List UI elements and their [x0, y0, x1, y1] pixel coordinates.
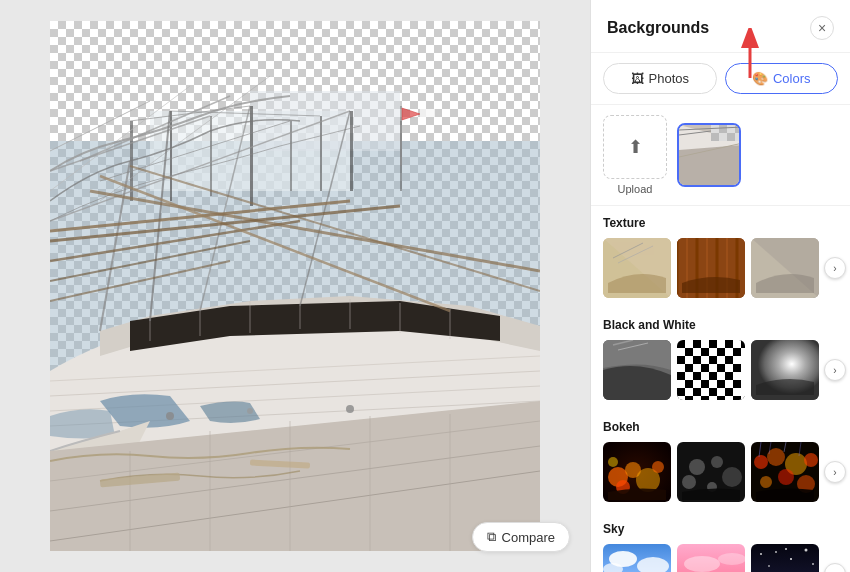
- compare-button[interactable]: ⧉ Compare: [472, 522, 570, 552]
- svg-rect-103: [717, 364, 725, 372]
- svg-point-158: [805, 549, 808, 552]
- svg-point-130: [689, 459, 705, 475]
- svg-rect-101: [685, 364, 693, 372]
- bokeh-next-button[interactable]: ›: [824, 461, 846, 483]
- svg-rect-118: [701, 396, 709, 400]
- tab-photos[interactable]: 🖼 Photos: [603, 63, 717, 94]
- upload-row: ⬆ Upload: [591, 105, 850, 206]
- sky-next-button[interactable]: ›: [824, 563, 846, 572]
- svg-point-153: [718, 553, 745, 565]
- section-bw-title: Black and White: [603, 318, 838, 332]
- svg-rect-93: [685, 348, 693, 356]
- thumb-texture-2[interactable]: [677, 238, 745, 298]
- backgrounds-panel: Backgrounds × 🖼 Photos 🎨 Colors: [590, 0, 850, 572]
- svg-rect-12: [290, 121, 292, 191]
- bw-next-button[interactable]: ›: [824, 359, 846, 381]
- svg-rect-96: [733, 348, 741, 356]
- svg-rect-114: [693, 388, 701, 396]
- svg-rect-62: [719, 125, 727, 133]
- svg-rect-105: [677, 372, 685, 380]
- svg-point-41: [166, 412, 174, 420]
- svg-point-139: [804, 453, 818, 467]
- section-texture: Texture: [591, 206, 850, 298]
- svg-rect-100: [725, 356, 733, 364]
- svg-rect-64: [719, 133, 727, 141]
- svg-point-127: [652, 461, 664, 473]
- svg-rect-88: [677, 340, 685, 348]
- colors-icon: 🎨: [752, 71, 768, 86]
- panel-scroll[interactable]: Texture: [591, 206, 850, 572]
- thumb-bokeh-3[interactable]: [751, 442, 819, 502]
- thumb-texture-3[interactable]: [751, 238, 819, 298]
- selected-thumb-image: [679, 125, 741, 187]
- section-bokeh-title: Bokeh: [603, 420, 838, 434]
- svg-point-133: [682, 475, 696, 489]
- thumb-bw-3[interactable]: [751, 340, 819, 400]
- svg-rect-65: [727, 125, 735, 133]
- svg-rect-112: [733, 380, 741, 388]
- svg-rect-110: [701, 380, 709, 388]
- thumb-sky-3[interactable]: [751, 544, 819, 572]
- svg-point-42: [247, 408, 253, 414]
- svg-rect-14: [350, 111, 353, 191]
- svg-rect-108: [725, 372, 733, 380]
- svg-rect-25: [400, 106, 402, 166]
- tab-colors[interactable]: 🎨 Colors: [725, 63, 839, 94]
- selected-thumbnail[interactable]: [677, 123, 741, 187]
- sky-thumbs: ›: [603, 544, 838, 572]
- thumb-texture-1[interactable]: [603, 238, 671, 298]
- svg-rect-95: [717, 348, 725, 356]
- thumb-bw-2[interactable]: [677, 340, 745, 400]
- svg-rect-92: [741, 340, 745, 348]
- svg-rect-28: [420, 109, 435, 117]
- svg-rect-116: [725, 388, 733, 396]
- upload-button[interactable]: ⬆ Upload: [603, 115, 667, 195]
- svg-rect-97: [677, 356, 685, 364]
- svg-rect-106: [693, 372, 701, 380]
- svg-rect-99: [709, 356, 717, 364]
- svg-point-131: [711, 456, 723, 468]
- svg-rect-66: [735, 125, 741, 133]
- bokeh-thumbs: ›: [603, 442, 838, 502]
- svg-rect-63: [711, 133, 719, 141]
- close-button[interactable]: ×: [810, 16, 834, 40]
- tab-colors-label: Colors: [773, 71, 811, 86]
- thumb-sky-2[interactable]: [677, 544, 745, 572]
- tab-photos-label: Photos: [649, 71, 689, 86]
- section-texture-title: Texture: [603, 216, 838, 230]
- section-bokeh: Bokeh: [591, 410, 850, 502]
- thumb-bokeh-1[interactable]: [603, 442, 671, 502]
- svg-rect-90: [709, 340, 717, 348]
- texture-next-button[interactable]: ›: [824, 257, 846, 279]
- panel-title: Backgrounds: [607, 19, 709, 37]
- compare-icon: ⧉: [487, 529, 496, 545]
- svg-point-157: [790, 558, 792, 560]
- svg-point-136: [754, 455, 768, 469]
- svg-rect-7: [250, 91, 400, 151]
- boat-image: [50, 21, 540, 551]
- svg-point-160: [768, 565, 770, 567]
- svg-rect-91: [725, 340, 733, 348]
- svg-point-140: [778, 469, 794, 485]
- svg-point-43: [346, 405, 354, 413]
- svg-rect-120: [733, 396, 741, 400]
- svg-point-152: [684, 556, 720, 572]
- photos-icon: 🖼: [631, 71, 644, 86]
- svg-rect-10: [210, 116, 212, 196]
- texture-thumbs: ›: [603, 238, 838, 298]
- svg-rect-111: [717, 380, 725, 388]
- svg-rect-113: [677, 388, 685, 396]
- svg-point-128: [608, 457, 618, 467]
- compare-label: Compare: [502, 530, 555, 545]
- thumb-sky-1[interactable]: [603, 544, 671, 572]
- svg-rect-13: [320, 116, 322, 191]
- svg-rect-115: [709, 388, 717, 396]
- thumb-bokeh-2[interactable]: [677, 442, 745, 502]
- tab-row: 🖼 Photos 🎨 Colors: [591, 53, 850, 105]
- thumb-bw-1[interactable]: [603, 340, 671, 400]
- canvas-scene: [50, 21, 540, 551]
- svg-rect-102: [701, 364, 709, 372]
- svg-point-132: [722, 467, 742, 487]
- svg-rect-61: [711, 125, 719, 133]
- upload-label: Upload: [618, 183, 653, 195]
